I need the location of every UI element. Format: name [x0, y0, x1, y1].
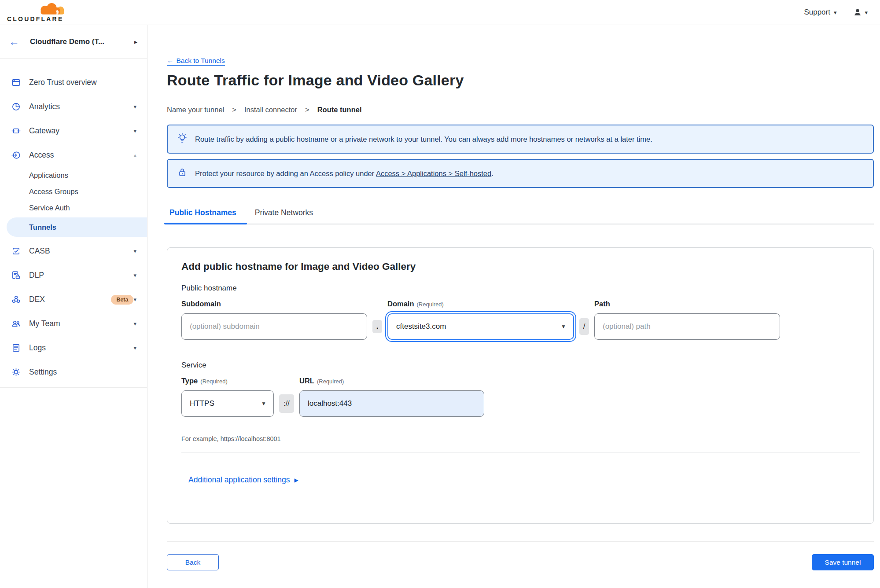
domain-select[interactable]: cftestsite3.com ▼: [387, 313, 574, 340]
tab-public-hostnames[interactable]: Public Hostnames: [167, 208, 239, 224]
subdomain-label: Subdomain: [181, 300, 367, 308]
required-hint: (Required): [317, 378, 344, 385]
step-separator: >: [232, 106, 236, 114]
chevron-down-icon: ▾: [133, 296, 136, 303]
step-separator: >: [305, 106, 309, 114]
document-lock-icon: [11, 271, 21, 280]
sidebar-item-dex[interactable]: DEX Beta ▾: [0, 287, 147, 312]
sidebar-item-label: Settings: [29, 368, 136, 377]
support-menu[interactable]: Support ▾: [804, 8, 836, 17]
pie-chart-icon: [11, 102, 21, 112]
user-icon: [853, 8, 862, 17]
sidebar-item-label: CASB: [29, 246, 133, 256]
scheme-separator: ://: [279, 394, 294, 413]
back-arrow-icon[interactable]: ←: [9, 37, 19, 47]
disclosure-right-icon: ▶: [295, 477, 298, 483]
sidebar-divider: [0, 387, 147, 388]
public-hostname-card: Add public hostname for Image and Video …: [167, 247, 874, 524]
save-tunnel-button[interactable]: Save tunnel: [812, 554, 874, 570]
step-install-connector[interactable]: Install connector: [244, 106, 297, 114]
sidebar-item-settings[interactable]: Settings: [0, 360, 147, 384]
sidebar-subitem-label: Service Auth: [29, 204, 70, 212]
chevron-right-icon[interactable]: ▸: [134, 38, 137, 45]
dot-separator: .: [372, 320, 382, 333]
user-account-menu[interactable]: ▾: [853, 8, 868, 17]
sidebar-item-label: Access: [29, 151, 133, 160]
sidebar-item-label: My Team: [29, 319, 133, 328]
sidebar-item-label: Gateway: [29, 126, 133, 136]
sidebar-subitem-tunnels[interactable]: Tunnels: [7, 217, 147, 237]
dropdown-caret-icon: ▼: [261, 401, 266, 406]
sidebar-subitem-label: Access Groups: [29, 187, 78, 196]
network-nodes-icon: [11, 295, 21, 305]
back-button[interactable]: Back: [167, 554, 219, 570]
domain-select-value: cftestsite3.com: [396, 322, 446, 331]
cloudflare-logo[interactable]: CLOUDFLARE: [7, 2, 73, 22]
sidebar-item-zero-trust-overview[interactable]: Zero Trust overview: [0, 70, 147, 95]
page-title: Route Traffic for Image and Video Galler…: [167, 72, 874, 89]
service-field-row: Type(Required) HTTPS ▼ :// URL(Required): [181, 377, 859, 417]
top-nav: CLOUDFLARE Support ▾ ▾: [0, 0, 880, 25]
sidebar-item-my-team[interactable]: My Team ▾: [0, 312, 147, 336]
back-link-label: Back to Tunnels: [177, 57, 225, 65]
account-name: Cloudflare Demo (T...: [30, 37, 134, 46]
sidebar-item-gateway[interactable]: Gateway ▾: [0, 119, 147, 143]
sidebar-item-dlp[interactable]: DLP ▾: [0, 263, 147, 287]
window-icon: [11, 78, 21, 88]
chevron-down-icon: ▾: [133, 128, 136, 134]
sidebar-item-casb[interactable]: CASB ▾: [0, 239, 147, 263]
chevron-up-icon: ▴: [133, 152, 136, 158]
sidebar-item-analytics[interactable]: Analytics ▾: [0, 95, 147, 119]
domain-label: Domain(Required): [387, 300, 574, 308]
access-policy-banner: Protect your resource by adding an Acces…: [167, 159, 874, 188]
sidebar-item-label: Logs: [29, 343, 133, 353]
chevron-down-icon: ▾: [133, 345, 136, 351]
sidebar-item-label: DLP: [29, 271, 133, 280]
required-hint: (Required): [200, 378, 227, 385]
sidebar-subitem-access-groups[interactable]: Access Groups: [0, 184, 147, 200]
tab-private-networks[interactable]: Private Networks: [252, 208, 316, 224]
chevron-down-icon: ▾: [133, 272, 136, 279]
tab-bar: Public Hostnames Private Networks: [167, 208, 874, 224]
casb-icon: [11, 246, 21, 256]
tip-banner: Route traffic by adding a public hostnam…: [167, 125, 874, 154]
step-route-tunnel: Route tunnel: [317, 106, 362, 114]
additional-settings-toggle[interactable]: Additional application settings ▶: [188, 475, 298, 485]
service-section-label: Service: [181, 361, 859, 370]
sidebar-subitem-service-auth[interactable]: Service Auth: [0, 200, 147, 216]
main-content: ← Back to Tunnels Route Traffic for Imag…: [147, 25, 880, 588]
card-divider: [181, 452, 860, 452]
chevron-down-icon: ▾: [834, 10, 837, 15]
beta-badge: Beta: [111, 295, 133, 305]
url-field-group: URL(Required): [299, 377, 484, 417]
dropdown-caret-icon: ▼: [561, 324, 566, 329]
service-type-select[interactable]: HTTPS ▼: [181, 390, 274, 417]
slash-separator: /: [579, 318, 589, 335]
support-label: Support: [804, 8, 830, 17]
sidebar-item-label: Zero Trust overview: [29, 78, 136, 87]
access-policy-banner-text: Protect your resource by adding an Acces…: [195, 169, 493, 178]
required-hint: (Required): [417, 301, 444, 308]
lightbulb-icon: [177, 133, 187, 145]
path-input[interactable]: [594, 313, 780, 340]
service-url-input[interactable]: [299, 390, 484, 417]
subdomain-field-group: Subdomain: [181, 300, 367, 340]
url-example-hint: For example, https://localhost:8001: [181, 435, 859, 442]
top-nav-right: Support ▾ ▾: [804, 8, 868, 17]
back-to-tunnels-link[interactable]: ← Back to Tunnels: [167, 57, 225, 66]
path-label: Path: [594, 300, 780, 308]
additional-settings-label: Additional application settings: [188, 475, 290, 485]
chevron-down-icon: ▾: [133, 248, 136, 254]
footer-actions: Back Save tunnel: [167, 554, 874, 570]
lock-icon: [177, 167, 187, 180]
sidebar-item-access[interactable]: Access ▴: [0, 143, 147, 167]
step-name-your-tunnel[interactable]: Name your tunnel: [167, 106, 224, 114]
tip-banner-text: Route traffic by adding a public hostnam…: [195, 135, 652, 143]
sidebar-item-logs[interactable]: Logs ▾: [0, 336, 147, 360]
sidebar-nav: Zero Trust overview Analytics ▾ Gateway …: [0, 59, 147, 388]
access-policy-link[interactable]: Access > Applications > Self-hosted: [376, 169, 491, 177]
sidebar-subitem-applications[interactable]: Applications: [0, 167, 147, 184]
chevron-down-icon: ▾: [133, 320, 136, 327]
subdomain-input[interactable]: [181, 313, 367, 340]
type-label: Type(Required): [181, 377, 274, 385]
